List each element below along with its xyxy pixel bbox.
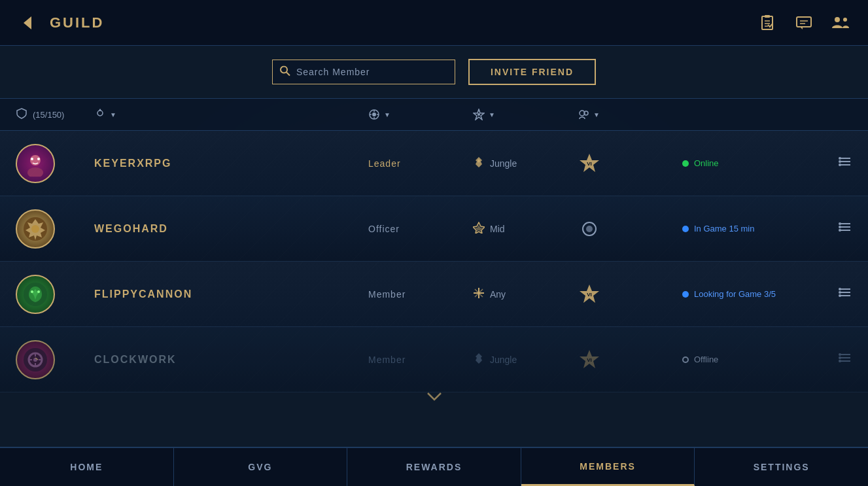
member-menu-button[interactable] xyxy=(838,285,852,303)
member-name: CLOCKWORK xyxy=(94,354,368,366)
status-indicator xyxy=(682,291,689,298)
rank-filter-col[interactable]: ▼ xyxy=(94,109,368,120)
svg-point-63 xyxy=(839,288,841,290)
friends-icon[interactable] xyxy=(829,11,852,35)
position-filter-col[interactable]: ▼ xyxy=(368,109,473,120)
svg-point-65 xyxy=(839,294,841,297)
member-menu-button[interactable] xyxy=(838,154,852,172)
member-rank: VI xyxy=(578,283,682,306)
scroll-indicator xyxy=(425,391,444,404)
member-role: Member xyxy=(368,355,473,365)
action-bar: INVITE FRIEND xyxy=(0,46,868,98)
member-rank xyxy=(578,217,682,241)
status-label: Offline xyxy=(694,355,718,364)
svg-marker-16 xyxy=(99,109,101,111)
svg-point-12 xyxy=(281,67,287,73)
svg-rect-1 xyxy=(762,16,773,29)
member-actions xyxy=(813,220,852,237)
svg-point-40 xyxy=(31,225,39,233)
position-icon xyxy=(473,156,485,171)
status-indicator xyxy=(682,356,689,363)
status-label: Online xyxy=(694,158,719,168)
position-icon xyxy=(473,222,485,236)
svg-text:VI: VI xyxy=(587,357,592,363)
nav-item-members[interactable]: MEMBERS xyxy=(521,448,695,486)
nav-item-rewards[interactable]: REWARDS xyxy=(347,448,521,486)
nav-item-settings[interactable]: SETTINGS xyxy=(695,448,868,486)
member-position: Jungle xyxy=(473,353,578,367)
member-name: WEGOHARD xyxy=(94,223,368,235)
status-indicator xyxy=(682,226,689,232)
avatar xyxy=(16,144,55,183)
main-content: INVITE FRIEND (15/150) ▼ xyxy=(0,46,868,447)
svg-point-11 xyxy=(843,18,847,22)
svg-line-13 xyxy=(286,73,290,76)
page-title: GUILD xyxy=(50,14,104,31)
avatar xyxy=(16,275,55,314)
search-input[interactable] xyxy=(272,60,455,84)
svg-point-18 xyxy=(372,113,376,116)
status-indicator xyxy=(682,160,689,167)
member-count-col[interactable]: (15/150) xyxy=(16,107,94,122)
svg-point-37 xyxy=(839,160,841,163)
nav-item-home[interactable]: HOME xyxy=(0,448,174,486)
member-position: Mid xyxy=(473,222,578,236)
member-name: FLIPPYCANNON xyxy=(94,288,368,300)
member-position: Any xyxy=(473,287,578,302)
table-row[interactable]: CLOCKWORK Member Jungle VI Offline xyxy=(0,327,868,392)
member-role: Leader xyxy=(368,158,473,169)
header-right xyxy=(755,11,852,35)
member-position: Jungle xyxy=(473,156,578,171)
member-role: Member xyxy=(368,289,473,300)
table-row[interactable]: KEYERXRPG Leader Jungle VI On xyxy=(0,131,868,196)
svg-point-30 xyxy=(37,158,40,160)
member-rank: VI xyxy=(578,348,682,372)
member-status: Looking for Game 3/5 xyxy=(682,289,813,299)
nav-item-gvg[interactable]: GVG xyxy=(174,448,348,486)
chat-icon[interactable] xyxy=(792,11,816,35)
clipboard-icon[interactable] xyxy=(755,11,779,35)
member-menu-button[interactable] xyxy=(838,220,852,237)
svg-point-64 xyxy=(839,291,841,294)
back-button[interactable] xyxy=(16,11,39,35)
svg-point-53 xyxy=(37,290,40,293)
member-name: KEYERXRPG xyxy=(94,158,368,169)
svg-point-79 xyxy=(839,353,841,356)
svg-text:VI: VI xyxy=(587,292,592,298)
position-label: Mid xyxy=(490,224,505,234)
member-status: Offline xyxy=(682,355,813,364)
position-label: Jungle xyxy=(490,158,517,169)
status-filter-col[interactable]: ▼ xyxy=(578,109,682,120)
position-label: Any xyxy=(490,289,506,300)
position-icon xyxy=(473,287,485,302)
header-left: GUILD xyxy=(16,11,104,35)
svg-point-29 xyxy=(31,158,33,160)
svg-point-48 xyxy=(839,222,841,225)
svg-point-28 xyxy=(27,167,43,177)
svg-point-44 xyxy=(586,226,593,232)
member-rank: VI xyxy=(578,152,682,175)
svg-point-24 xyxy=(477,113,480,116)
mastery-filter-col[interactable]: ▼ xyxy=(473,109,578,120)
svg-point-80 xyxy=(839,356,841,359)
header: GUILD xyxy=(0,0,868,46)
status-label: In Game 15 min xyxy=(694,224,755,234)
status-label: Looking for Game 3/5 xyxy=(694,289,776,299)
avatar xyxy=(16,340,55,379)
position-dropdown-arrow: ▼ xyxy=(384,111,391,118)
svg-point-50 xyxy=(839,229,841,232)
invite-friend-button[interactable]: INVITE FRIEND xyxy=(468,59,596,85)
member-menu-button[interactable] xyxy=(838,351,852,368)
member-actions xyxy=(813,351,852,368)
svg-point-52 xyxy=(31,290,33,293)
svg-rect-6 xyxy=(797,17,811,27)
member-actions xyxy=(813,154,852,172)
table-row[interactable]: FLIPPYCANNON Member Any VI xyxy=(0,262,868,327)
bottom-nav: HOME GVG REWARDS MEMBERS SETTINGS xyxy=(0,447,868,486)
member-role: Officer xyxy=(368,224,473,234)
position-icon xyxy=(473,353,485,367)
search-container xyxy=(272,60,455,84)
svg-text:VI: VI xyxy=(587,161,592,167)
table-row[interactable]: WEGOHARD Officer Mid In Game xyxy=(0,196,868,262)
svg-marker-0 xyxy=(24,16,31,29)
